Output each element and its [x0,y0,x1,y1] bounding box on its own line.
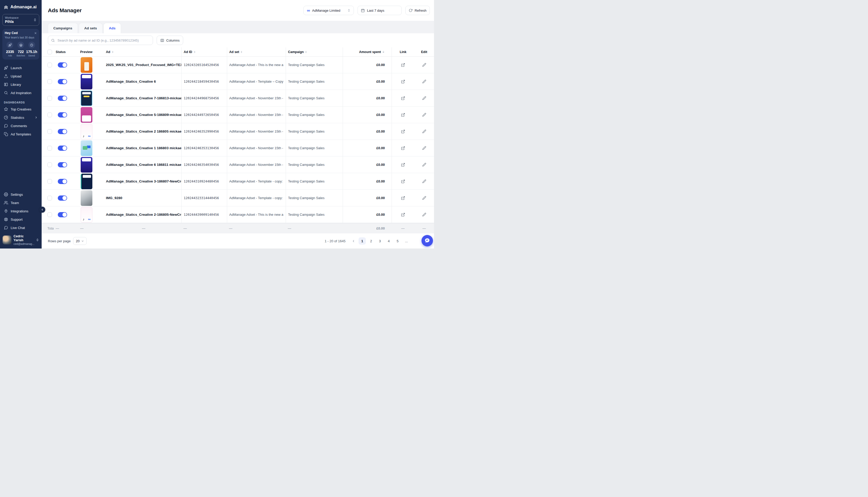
ad-account-selector[interactable]: ∞ AdManage Limited [303,6,354,15]
column-header-ad-id[interactable]: Ad ID [181,47,227,56]
tab-ads[interactable]: Ads [104,23,121,33]
amount-spent: £0.00 [376,179,385,183]
column-header-ad[interactable]: Ad [104,47,181,56]
edit-button[interactable] [422,80,426,83]
close-icon[interactable] [34,32,37,34]
workspace-selector[interactable]: Workspace Pihla [2,14,39,26]
ad-preview-thumbnail[interactable] [81,190,92,206]
ad-preview-thumbnail[interactable] [81,174,92,189]
table-row: 2025_WK25_V01_Product_Focused_IMG+TEXT_(… [42,57,434,73]
row-checkbox[interactable] [47,162,52,167]
total-dash: — [288,226,291,230]
ad-preview-thumbnail[interactable] [81,124,92,139]
pagination-page-3[interactable]: 3 [376,237,384,245]
row-checkbox[interactable] [47,79,52,84]
row-checkbox[interactable] [47,113,52,117]
sidebar-item-live-chat[interactable]: Live Chat [0,224,42,232]
ad-preview-thumbnail[interactable] [81,74,92,89]
live-chat-fab[interactable] [422,235,433,246]
tab-ad-sets[interactable]: Ad sets [79,23,102,33]
sidebar-item-library[interactable]: Library [0,80,42,89]
sidebar-item-support[interactable]: Support [0,215,42,224]
ad-set-name: AdManage Adset - November 15th - [229,96,283,100]
status-toggle[interactable] [58,129,67,134]
ad-preview-thumbnail[interactable] [81,140,92,156]
meta-infinity-icon: ∞ [307,8,310,13]
status-toggle[interactable] [58,162,67,167]
ad-preview-thumbnail[interactable] [81,207,92,223]
row-checkbox[interactable] [47,146,52,151]
edit-button[interactable] [422,196,426,200]
ad-preview-thumbnail[interactable] [81,107,92,123]
sort-chevrons-icon [111,51,114,53]
select-all-checkbox[interactable] [47,49,52,54]
edit-button[interactable] [422,213,426,216]
status-toggle[interactable] [58,145,67,151]
open-link-button[interactable] [401,80,405,84]
search-input[interactable] [57,38,150,43]
open-link-button[interactable] [401,96,405,100]
open-link-button[interactable] [401,129,405,133]
edit-button[interactable] [422,113,426,117]
sidebar-item-top-creatives[interactable]: Top Creatives [0,105,42,113]
pagination-page-1[interactable]: 1 [359,237,366,245]
edit-button[interactable] [422,96,426,100]
column-header-campaign[interactable]: Campaign [286,47,343,56]
row-checkbox[interactable] [47,129,52,134]
user-menu[interactable]: Cedric Yarish ced@admanag... [0,232,42,248]
sidebar-item-comments[interactable]: Comments [0,122,42,130]
sidebar-item-integrations[interactable]: Integrations [0,207,42,215]
row-checkbox[interactable] [47,179,52,184]
tab-campaigns[interactable]: Campaigns [48,23,78,33]
pagination-page-4[interactable]: 4 [385,237,392,245]
refresh-button[interactable]: Refresh [405,6,430,15]
sidebar-item-statistics[interactable]: Statistics [0,113,42,122]
app-logo[interactable]: Admanage.ai [0,0,42,13]
status-toggle[interactable] [58,196,67,201]
edit-button[interactable] [422,163,426,167]
sidebar-item-launch[interactable]: Launch [0,64,42,72]
arrow-down-icon [382,51,385,53]
sidebar-item-ad-templates[interactable]: Ad Templates [0,130,42,138]
ad-preview-thumbnail[interactable] [81,57,92,73]
open-link-button[interactable] [401,63,405,67]
ad-preview-thumbnail[interactable] [81,157,92,173]
row-checkbox[interactable] [47,96,52,101]
sidebar-item-settings[interactable]: Settings [0,190,42,199]
rows-per-page-select[interactable]: 20 [73,237,86,245]
pagination-prev-button[interactable] [350,237,357,245]
status-toggle[interactable] [58,212,67,217]
status-toggle[interactable] [58,96,67,101]
table-footer: Rows per page 20 1 - 20 of 1645 1 2 3 4 … [42,233,434,248]
edit-button[interactable] [422,146,426,150]
open-link-button[interactable] [401,196,405,200]
sidebar-item-team[interactable]: Team [0,199,42,207]
edit-button[interactable] [422,129,426,133]
status-toggle[interactable] [58,179,67,184]
status-toggle[interactable] [58,112,67,117]
edit-button[interactable] [422,179,426,183]
pagination-page-2[interactable]: 2 [368,237,375,245]
open-link-button[interactable] [401,163,405,167]
status-toggle[interactable] [58,62,67,68]
row-checkbox[interactable] [47,212,52,217]
pagination-page-5[interactable]: 5 [394,237,401,245]
pagination-range: 1 - 20 of 1645 [325,239,346,243]
ad-preview-thumbnail[interactable] [81,90,92,106]
row-checkbox[interactable] [47,196,52,200]
column-header-amount-spent[interactable]: Amount spent [343,47,391,56]
date-range-picker[interactable]: Last 7 days [358,6,402,15]
sidebar-collapse-button[interactable] [39,207,45,213]
open-link-button[interactable] [401,213,405,217]
status-toggle[interactable] [58,79,67,84]
open-link-button[interactable] [401,179,405,184]
stat-batches-value: 722 [18,49,24,54]
row-checkbox[interactable] [47,63,52,67]
open-link-button[interactable] [401,113,405,117]
edit-button[interactable] [422,63,426,67]
column-header-ad-set[interactable]: Ad set [227,47,286,56]
sidebar-item-upload[interactable]: Upload [0,72,42,80]
columns-button[interactable]: Columns [157,36,183,45]
open-link-button[interactable] [401,146,405,150]
sidebar-item-ad-inspiration[interactable]: Ad Inspiration [0,89,42,97]
